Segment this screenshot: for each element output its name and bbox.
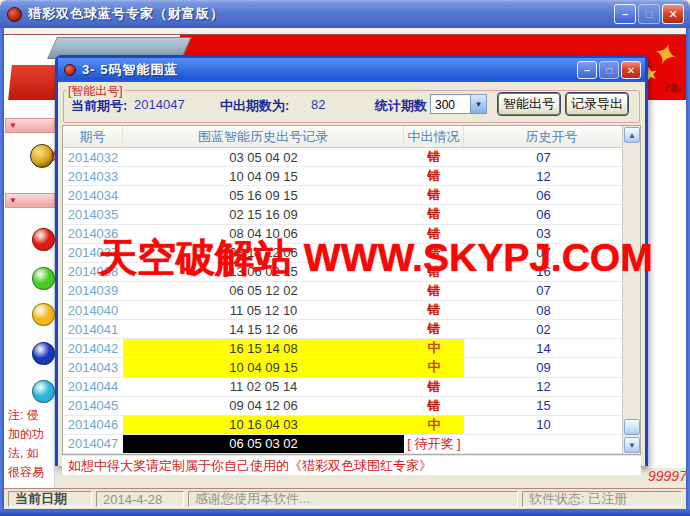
cell-issue: 2014041 <box>63 320 123 338</box>
toolbar-strip <box>4 28 686 35</box>
dialog-titlebar: 3- 5码智能围蓝 – □ ✕ <box>58 58 645 82</box>
header-result[interactable]: 中出情况 <box>404 126 464 147</box>
chevron-up-icon: ▲ <box>628 131 636 140</box>
cell-open: 12 <box>464 167 623 185</box>
cell-issue: 2014043 <box>63 358 123 376</box>
cell-open: 15 <box>464 397 623 415</box>
export-records-button[interactable]: 记录导出 <box>566 93 628 115</box>
table-row[interactable]: 201404011 05 12 10错08 <box>63 301 623 320</box>
cell-issue: 2014045 <box>63 397 123 415</box>
cell-record: 10 04 09 15 <box>123 358 404 376</box>
hit-count-label: 中出期数为: <box>220 97 289 115</box>
cell-issue: 2014033 <box>63 167 123 185</box>
cell-open: 07 <box>464 148 623 166</box>
cell-issue: 2014032 <box>63 148 123 166</box>
vertical-scrollbar[interactable]: ▲ ▼ <box>622 126 640 454</box>
cell-issue: 2014042 <box>63 339 123 357</box>
cell-result: 错 <box>404 186 464 204</box>
cell-open <box>464 435 623 453</box>
cyan-ball[interactable] <box>32 380 55 403</box>
scroll-up-button[interactable]: ▲ <box>624 127 640 143</box>
dialog-footer-note: 如想中得大奖请定制属于你自己使用的《猎彩双色球围红专家》 <box>62 456 641 475</box>
stat-periods-select[interactable]: 300 ▼ <box>430 94 487 114</box>
red-ball[interactable] <box>32 228 55 251</box>
maximize-icon: □ <box>606 65 612 76</box>
table-row[interactable]: 201404411 02 05 14错12 <box>63 378 623 397</box>
yellow-ball[interactable] <box>32 303 55 326</box>
cell-open: 06 <box>464 186 623 204</box>
groupbox-label: [智能出号] <box>66 83 125 100</box>
dialog-minimize-button[interactable]: – <box>577 61 597 79</box>
cell-result: 中 <box>404 358 464 376</box>
sidebar-panel-header-1[interactable]: ▼ <box>5 118 55 133</box>
stat-periods-label: 统计期数 <box>375 97 427 115</box>
dropdown-button[interactable]: ▼ <box>470 95 486 113</box>
cell-open: 10 <box>464 416 623 434</box>
cell-record: 09 04 12 06 <box>123 397 404 415</box>
cell-open: 09 <box>464 358 623 376</box>
window-border-right <box>686 28 690 510</box>
status-registration: 软件状态: 已注册 <box>522 491 682 507</box>
cell-result: 错 <box>404 148 464 166</box>
table-body: 201403203 05 04 02错07201403310 04 09 15错… <box>63 148 623 454</box>
cell-record: 14 15 12 06 <box>123 320 404 338</box>
table-row[interactable]: 201403203 05 04 02错07 <box>63 148 623 167</box>
header-record[interactable]: 围蓝智能历史出号记录 <box>123 126 404 147</box>
cell-open: 14 <box>464 339 623 357</box>
header-open[interactable]: 历史开号 <box>464 126 640 147</box>
minimize-icon: – <box>622 8 628 20</box>
table-row[interactable]: 201404706 05 03 02[ 待开奖 ] <box>63 435 623 454</box>
status-date-value: 2014-4-28 <box>96 491 184 507</box>
cell-open: 06 <box>464 205 623 223</box>
cell-result: 错 <box>404 167 464 185</box>
table-row[interactable]: 201403310 04 09 15错12 <box>63 167 623 186</box>
dialog-maximize-button[interactable]: □ <box>599 61 619 79</box>
table-row[interactable]: 201403405 16 09 15错06 <box>63 186 623 205</box>
table-row[interactable]: 201404310 04 09 15中09 <box>63 358 623 377</box>
close-button[interactable]: ✕ <box>662 4 684 24</box>
cell-issue: 2014046 <box>63 416 123 434</box>
table-row[interactable]: 201404610 16 04 03中10 <box>63 416 623 435</box>
watermark-text: 天空破解站 WWW.SKYPJ.COM <box>98 231 658 285</box>
cell-record: 11 05 12 10 <box>123 301 404 319</box>
header-issue[interactable]: 期号 <box>63 126 123 147</box>
table-row[interactable]: 201404114 15 12 06错02 <box>63 320 623 339</box>
maximize-button[interactable]: □ <box>638 4 660 24</box>
table-row[interactable]: 201404216 15 14 08中14 <box>63 339 623 358</box>
chevron-down-icon: ▼ <box>9 121 17 130</box>
dialog-title: 3- 5码智能围蓝 <box>82 61 178 79</box>
status-message: 感谢您使用本软件... <box>188 491 518 507</box>
cell-open: 12 <box>464 378 623 396</box>
cell-result: 错 <box>404 320 464 338</box>
status-date-label: 当前日期 <box>8 491 92 507</box>
main-titlebar: 猎彩双色球蓝号专家（财富版） – □ ✕ <box>0 0 690 28</box>
sidebar: ▼ 数 ▼ 注: 侵 加的功 法, 如 很容易 <box>4 100 55 488</box>
chevron-down-icon: ▼ <box>475 100 483 109</box>
cell-record: 10 16 04 03 <box>123 416 404 434</box>
warning-note-text: 注: 侵 加的功 法, 如 很容易 <box>8 406 44 482</box>
green-ball[interactable] <box>32 267 55 290</box>
close-icon: ✕ <box>627 65 635 76</box>
minimize-button[interactable]: – <box>614 4 636 24</box>
scroll-down-button[interactable]: ▼ <box>624 437 640 453</box>
cell-result: 错 <box>404 397 464 415</box>
hit-count-value: 82 <box>311 97 325 112</box>
cell-record: 05 16 09 15 <box>123 186 404 204</box>
cell-issue: 2014044 <box>63 378 123 396</box>
scrollbar-thumb[interactable] <box>624 419 640 435</box>
cell-issue: 2014035 <box>63 205 123 223</box>
cell-issue: 2014047 <box>63 435 123 453</box>
chevron-down-icon: ▼ <box>628 441 636 450</box>
smart-output-button[interactable]: 智能出号 <box>498 93 560 115</box>
table-row[interactable]: 201403502 15 16 09错06 <box>63 205 623 224</box>
ribbon-icon: ❧ <box>662 73 684 100</box>
dialog-close-button[interactable]: ✕ <box>621 61 641 79</box>
sidebar-panel-header-2[interactable]: ▼ <box>5 193 55 208</box>
close-icon: ✕ <box>668 8 677 21</box>
cell-result: 错 <box>404 301 464 319</box>
table-row[interactable]: 201404509 04 12 06错15 <box>63 397 623 416</box>
blue-ball[interactable] <box>32 342 55 365</box>
window-border-bottom <box>0 510 690 516</box>
cell-record: 06 05 03 02 <box>123 435 404 453</box>
cell-record: 10 04 09 15 <box>123 167 404 185</box>
